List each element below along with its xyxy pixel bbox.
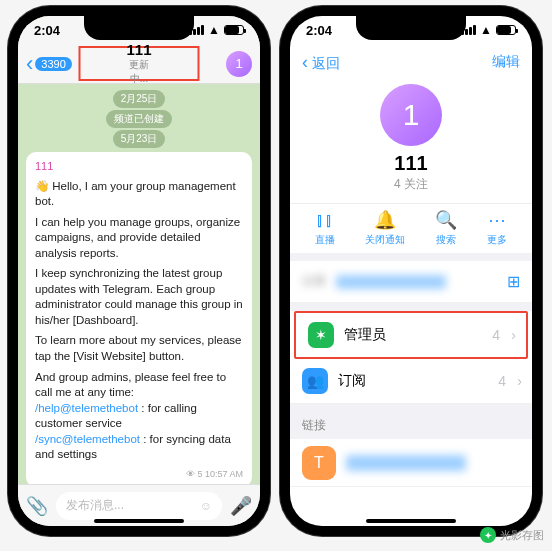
right-phone: 2:04 ▲ ‹ 返回 编辑 1 111 4 关注 ⫿⫿直播 🔔关闭通知 🔍搜索… (280, 6, 542, 536)
blurred-content (346, 455, 466, 471)
left-phone: 2:04 ▲ ‹ 3390 111 更新中... 1 2月25日 频道已创建 5… (8, 6, 270, 536)
chevron-right-icon: › (511, 327, 516, 343)
chat-header: ‹ 3390 111 更新中... 1 (18, 44, 260, 84)
link-row[interactable]: T (290, 439, 532, 487)
links-section-header: 链接 (290, 412, 532, 439)
admin-count: 4 (492, 327, 500, 343)
admin-label: 管理员 (344, 326, 386, 344)
bell-icon: 🔔 (374, 210, 396, 230)
status-time: 2:04 (34, 23, 60, 38)
share-row[interactable]: 分享 ⊞ (290, 261, 532, 303)
notch (356, 16, 466, 40)
live-icon: ⫿⫿ (316, 210, 334, 230)
profile-name: 111 (290, 152, 532, 175)
profile-subtitle: 4 关注 (290, 176, 532, 193)
users-icon: 👥 (302, 368, 328, 394)
status-time: 2:04 (306, 23, 332, 38)
more-icon: ⋯ (488, 210, 506, 230)
battery-icon (224, 25, 244, 35)
qr-icon[interactable]: ⊞ (507, 272, 520, 291)
wifi-icon: ▲ (480, 23, 492, 37)
shield-icon: ✶ (308, 322, 334, 348)
edit-button[interactable]: 编辑 (492, 53, 520, 71)
back-button[interactable]: ‹ 返回 (302, 52, 340, 73)
emoji-icon[interactable]: ☺ (200, 499, 212, 513)
admin-row[interactable]: ✶ 管理员 4 › (294, 311, 528, 359)
chat-avatar[interactable]: 1 (226, 51, 252, 77)
battery-icon (496, 25, 516, 35)
watermark: ✦ 光影存图 (480, 527, 544, 543)
profile-section: 1 111 4 关注 (290, 80, 532, 203)
profile-avatar[interactable]: 1 (380, 84, 442, 146)
wechat-icon: ✦ (480, 527, 496, 543)
chevron-right-icon: › (517, 373, 522, 389)
message-sender: 111 (35, 159, 243, 174)
message-text: I keep synchronizing the latest group up… (35, 266, 243, 328)
help-link[interactable]: /help@telemethebot (35, 402, 138, 414)
header-title-box[interactable]: 111 更新中... (79, 46, 200, 81)
profile-header: ‹ 返回 编辑 (290, 44, 532, 80)
mic-icon[interactable]: 🎤 (230, 495, 252, 517)
action-row: ⫿⫿直播 🔔关闭通知 🔍搜索 ⋯更多 (290, 203, 532, 261)
back-chevron-icon[interactable]: ‹ (26, 51, 33, 77)
message-text: To learn more about my services, please … (35, 333, 243, 364)
chat-body[interactable]: 2月25日 频道已创建 5月23日 111 👋 Hello, I am your… (18, 84, 260, 484)
home-indicator[interactable] (366, 519, 456, 523)
action-live[interactable]: ⫿⫿直播 (315, 210, 335, 247)
action-search[interactable]: 🔍搜索 (435, 210, 457, 247)
share-label: 分享 (302, 273, 326, 290)
action-more[interactable]: ⋯更多 (487, 210, 507, 247)
date-pill: 5月23日 (113, 130, 166, 148)
blurred-content (336, 275, 446, 289)
link-thumb-icon: T (302, 446, 336, 480)
message-meta: 👁 5 10:57 AM (35, 468, 243, 480)
message-text: 👋 Hello, I am your group management bot. (35, 179, 243, 210)
system-pill: 频道已创建 (106, 110, 172, 128)
date-pill: 2月25日 (113, 90, 166, 108)
subscribe-row[interactable]: 👥 订阅 4 › (290, 359, 532, 404)
sync-link[interactable]: /sync@telemethebot (35, 433, 140, 445)
notch (84, 16, 194, 40)
subscribe-count: 4 (498, 373, 506, 389)
message-bubble[interactable]: 111 👋 Hello, I am your group management … (26, 152, 252, 484)
action-mute[interactable]: 🔔关闭通知 (365, 210, 405, 247)
attach-icon[interactable]: 📎 (26, 495, 48, 517)
subscribe-label: 订阅 (338, 372, 366, 390)
home-indicator[interactable] (94, 519, 184, 523)
back-badge[interactable]: 3390 (35, 57, 71, 71)
message-input[interactable]: 发布消息...☺ (56, 492, 222, 520)
wifi-icon: ▲ (208, 23, 220, 37)
message-text: I can help you manage groups, organize c… (35, 215, 243, 262)
chat-subtitle: 更新中... (121, 58, 158, 86)
search-icon: 🔍 (435, 210, 457, 230)
message-text: And group admins, please feel free to ca… (35, 370, 243, 463)
